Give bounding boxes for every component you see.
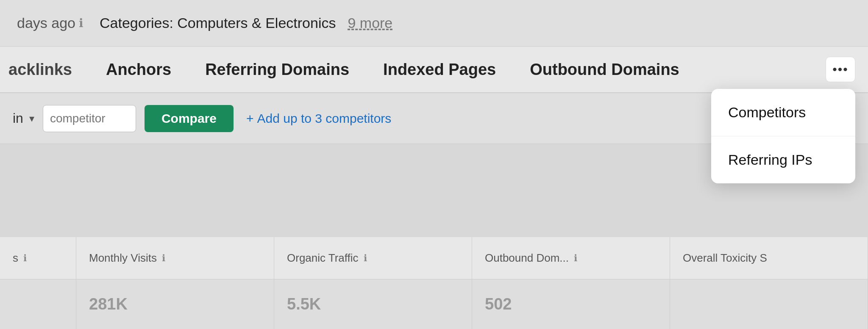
th-score-info-icon[interactable]: ℹ: [23, 253, 27, 264]
th-organic-traffic-info-icon[interactable]: ℹ: [364, 253, 367, 264]
tab-referring-domains[interactable]: Referring Domains: [188, 47, 366, 92]
data-row: 281K 5.5K 502: [0, 279, 868, 329]
filter-dropdown-arrow[interactable]: ▾: [29, 113, 34, 124]
tab-outbound-domains[interactable]: Outbound Domains: [513, 47, 696, 92]
add-competitors-text: Add up to 3 competitors: [257, 111, 391, 126]
cell-monthly-visits: 281K: [76, 279, 274, 329]
cell-outbound-domains: 502: [472, 279, 670, 329]
th-overall-toxicity: Overall Toxicity S: [670, 237, 868, 279]
dropdown-menu: Competitors Referring IPs: [711, 89, 855, 183]
dropdown-item-referring-ips[interactable]: Referring IPs: [711, 136, 855, 183]
cell-overall-toxicity: [670, 279, 868, 329]
tab-anchors[interactable]: Anchors: [89, 47, 188, 92]
top-bar-content: days ago ℹ Categories: Computers & Elect…: [17, 15, 392, 31]
tabs-more-button[interactable]: •••: [826, 57, 855, 82]
top-bar: days ago ℹ Categories: Computers & Elect…: [0, 0, 868, 47]
th-monthly-visits: Monthly Visits ℹ: [76, 237, 274, 279]
th-outbound-domains-info-icon[interactable]: ℹ: [574, 253, 577, 264]
competitor-input[interactable]: [43, 105, 136, 132]
more-link[interactable]: 9 more: [348, 15, 392, 31]
compare-button[interactable]: Compare: [145, 105, 234, 132]
table-header: s ℹ Monthly Visits ℹ Organic Traffic ℹ O…: [0, 237, 868, 279]
tab-backlinks[interactable]: acklinks: [8, 47, 89, 92]
info-icon[interactable]: ℹ: [79, 16, 83, 30]
days-ago-text: days ago: [17, 15, 75, 31]
th-monthly-visits-info-icon[interactable]: ℹ: [162, 253, 165, 264]
th-organic-traffic: Organic Traffic ℹ: [274, 237, 472, 279]
add-icon: +: [246, 111, 254, 126]
categories-label: Categories: Computers & Electronics: [100, 15, 336, 31]
dropdown-item-competitors[interactable]: Competitors: [711, 89, 855, 136]
th-score: s ℹ: [0, 237, 76, 279]
tab-indexed-pages[interactable]: Indexed Pages: [366, 47, 513, 92]
filter-label: in: [13, 111, 23, 126]
th-outbound-domains: Outbound Dom... ℹ: [472, 237, 670, 279]
cell-score: [0, 279, 76, 329]
tabs-navigation: acklinks Anchors Referring Domains Index…: [0, 47, 868, 93]
cell-organic-traffic: 5.5K: [274, 279, 472, 329]
filter-group: in ▾: [13, 111, 34, 126]
add-competitors-link[interactable]: + Add up to 3 competitors: [246, 111, 391, 126]
